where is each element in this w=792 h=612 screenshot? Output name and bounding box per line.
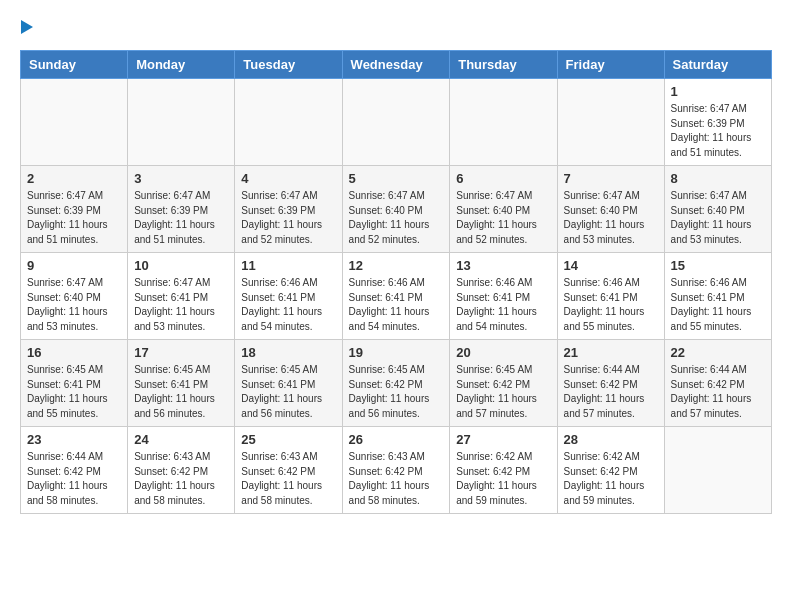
calendar-cell: [342, 79, 450, 166]
day-info: Sunrise: 6:45 AM Sunset: 6:41 PM Dayligh…: [241, 363, 335, 421]
calendar-cell: 12Sunrise: 6:46 AM Sunset: 6:41 PM Dayli…: [342, 253, 450, 340]
calendar-cell: 27Sunrise: 6:42 AM Sunset: 6:42 PM Dayli…: [450, 427, 557, 514]
day-number: 26: [349, 432, 444, 447]
day-number: 4: [241, 171, 335, 186]
calendar-cell: 20Sunrise: 6:45 AM Sunset: 6:42 PM Dayli…: [450, 340, 557, 427]
calendar-cell: 22Sunrise: 6:44 AM Sunset: 6:42 PM Dayli…: [664, 340, 771, 427]
calendar-cell: 4Sunrise: 6:47 AM Sunset: 6:39 PM Daylig…: [235, 166, 342, 253]
calendar-cell: [128, 79, 235, 166]
day-number: 13: [456, 258, 550, 273]
calendar-cell: 28Sunrise: 6:42 AM Sunset: 6:42 PM Dayli…: [557, 427, 664, 514]
day-info: Sunrise: 6:43 AM Sunset: 6:42 PM Dayligh…: [349, 450, 444, 508]
day-info: Sunrise: 6:44 AM Sunset: 6:42 PM Dayligh…: [564, 363, 658, 421]
day-info: Sunrise: 6:44 AM Sunset: 6:42 PM Dayligh…: [671, 363, 765, 421]
calendar-cell: 14Sunrise: 6:46 AM Sunset: 6:41 PM Dayli…: [557, 253, 664, 340]
col-header-friday: Friday: [557, 51, 664, 79]
calendar-cell: 9Sunrise: 6:47 AM Sunset: 6:40 PM Daylig…: [21, 253, 128, 340]
day-number: 15: [671, 258, 765, 273]
calendar-cell: 5Sunrise: 6:47 AM Sunset: 6:40 PM Daylig…: [342, 166, 450, 253]
day-info: Sunrise: 6:47 AM Sunset: 6:40 PM Dayligh…: [349, 189, 444, 247]
calendar-cell: 8Sunrise: 6:47 AM Sunset: 6:40 PM Daylig…: [664, 166, 771, 253]
calendar-cell: [557, 79, 664, 166]
day-info: Sunrise: 6:46 AM Sunset: 6:41 PM Dayligh…: [456, 276, 550, 334]
day-number: 2: [27, 171, 121, 186]
calendar-header-row: SundayMondayTuesdayWednesdayThursdayFrid…: [21, 51, 772, 79]
day-number: 22: [671, 345, 765, 360]
calendar-cell: 16Sunrise: 6:45 AM Sunset: 6:41 PM Dayli…: [21, 340, 128, 427]
day-info: Sunrise: 6:47 AM Sunset: 6:40 PM Dayligh…: [27, 276, 121, 334]
day-info: Sunrise: 6:47 AM Sunset: 6:39 PM Dayligh…: [27, 189, 121, 247]
day-info: Sunrise: 6:47 AM Sunset: 6:39 PM Dayligh…: [671, 102, 765, 160]
day-number: 6: [456, 171, 550, 186]
day-info: Sunrise: 6:47 AM Sunset: 6:39 PM Dayligh…: [134, 189, 228, 247]
calendar-cell: 26Sunrise: 6:43 AM Sunset: 6:42 PM Dayli…: [342, 427, 450, 514]
day-info: Sunrise: 6:47 AM Sunset: 6:40 PM Dayligh…: [456, 189, 550, 247]
day-info: Sunrise: 6:47 AM Sunset: 6:40 PM Dayligh…: [564, 189, 658, 247]
calendar-cell: 1Sunrise: 6:47 AM Sunset: 6:39 PM Daylig…: [664, 79, 771, 166]
calendar-cell: 24Sunrise: 6:43 AM Sunset: 6:42 PM Dayli…: [128, 427, 235, 514]
calendar-cell: 25Sunrise: 6:43 AM Sunset: 6:42 PM Dayli…: [235, 427, 342, 514]
calendar-cell: [21, 79, 128, 166]
day-number: 3: [134, 171, 228, 186]
calendar-week-4: 16Sunrise: 6:45 AM Sunset: 6:41 PM Dayli…: [21, 340, 772, 427]
day-number: 28: [564, 432, 658, 447]
day-number: 9: [27, 258, 121, 273]
col-header-wednesday: Wednesday: [342, 51, 450, 79]
calendar-week-2: 2Sunrise: 6:47 AM Sunset: 6:39 PM Daylig…: [21, 166, 772, 253]
calendar-cell: 11Sunrise: 6:46 AM Sunset: 6:41 PM Dayli…: [235, 253, 342, 340]
day-info: Sunrise: 6:46 AM Sunset: 6:41 PM Dayligh…: [671, 276, 765, 334]
day-number: 24: [134, 432, 228, 447]
day-info: Sunrise: 6:44 AM Sunset: 6:42 PM Dayligh…: [27, 450, 121, 508]
calendar-week-1: 1Sunrise: 6:47 AM Sunset: 6:39 PM Daylig…: [21, 79, 772, 166]
day-number: 18: [241, 345, 335, 360]
day-info: Sunrise: 6:43 AM Sunset: 6:42 PM Dayligh…: [241, 450, 335, 508]
day-info: Sunrise: 6:46 AM Sunset: 6:41 PM Dayligh…: [564, 276, 658, 334]
day-info: Sunrise: 6:42 AM Sunset: 6:42 PM Dayligh…: [456, 450, 550, 508]
calendar-cell: 10Sunrise: 6:47 AM Sunset: 6:41 PM Dayli…: [128, 253, 235, 340]
day-number: 19: [349, 345, 444, 360]
day-info: Sunrise: 6:43 AM Sunset: 6:42 PM Dayligh…: [134, 450, 228, 508]
calendar-cell: 15Sunrise: 6:46 AM Sunset: 6:41 PM Dayli…: [664, 253, 771, 340]
day-number: 17: [134, 345, 228, 360]
day-number: 7: [564, 171, 658, 186]
calendar-cell: [664, 427, 771, 514]
day-info: Sunrise: 6:46 AM Sunset: 6:41 PM Dayligh…: [241, 276, 335, 334]
day-number: 25: [241, 432, 335, 447]
calendar-cell: [235, 79, 342, 166]
calendar-week-5: 23Sunrise: 6:44 AM Sunset: 6:42 PM Dayli…: [21, 427, 772, 514]
col-header-tuesday: Tuesday: [235, 51, 342, 79]
col-header-sunday: Sunday: [21, 51, 128, 79]
day-number: 11: [241, 258, 335, 273]
day-info: Sunrise: 6:47 AM Sunset: 6:41 PM Dayligh…: [134, 276, 228, 334]
day-number: 10: [134, 258, 228, 273]
day-info: Sunrise: 6:45 AM Sunset: 6:41 PM Dayligh…: [27, 363, 121, 421]
col-header-thursday: Thursday: [450, 51, 557, 79]
day-info: Sunrise: 6:45 AM Sunset: 6:42 PM Dayligh…: [456, 363, 550, 421]
day-number: 12: [349, 258, 444, 273]
calendar-cell: [450, 79, 557, 166]
col-header-saturday: Saturday: [664, 51, 771, 79]
day-info: Sunrise: 6:45 AM Sunset: 6:41 PM Dayligh…: [134, 363, 228, 421]
day-number: 8: [671, 171, 765, 186]
calendar-cell: 6Sunrise: 6:47 AM Sunset: 6:40 PM Daylig…: [450, 166, 557, 253]
logo: [20, 20, 33, 34]
day-info: Sunrise: 6:47 AM Sunset: 6:39 PM Dayligh…: [241, 189, 335, 247]
day-info: Sunrise: 6:46 AM Sunset: 6:41 PM Dayligh…: [349, 276, 444, 334]
calendar-cell: 23Sunrise: 6:44 AM Sunset: 6:42 PM Dayli…: [21, 427, 128, 514]
calendar-table: SundayMondayTuesdayWednesdayThursdayFrid…: [20, 50, 772, 514]
day-number: 16: [27, 345, 121, 360]
logo-arrow-icon: [21, 20, 33, 34]
col-header-monday: Monday: [128, 51, 235, 79]
day-number: 20: [456, 345, 550, 360]
day-number: 21: [564, 345, 658, 360]
day-number: 23: [27, 432, 121, 447]
day-number: 5: [349, 171, 444, 186]
calendar-cell: 21Sunrise: 6:44 AM Sunset: 6:42 PM Dayli…: [557, 340, 664, 427]
day-info: Sunrise: 6:47 AM Sunset: 6:40 PM Dayligh…: [671, 189, 765, 247]
calendar-cell: 13Sunrise: 6:46 AM Sunset: 6:41 PM Dayli…: [450, 253, 557, 340]
calendar-cell: 19Sunrise: 6:45 AM Sunset: 6:42 PM Dayli…: [342, 340, 450, 427]
day-info: Sunrise: 6:42 AM Sunset: 6:42 PM Dayligh…: [564, 450, 658, 508]
calendar-cell: 3Sunrise: 6:47 AM Sunset: 6:39 PM Daylig…: [128, 166, 235, 253]
calendar-cell: 7Sunrise: 6:47 AM Sunset: 6:40 PM Daylig…: [557, 166, 664, 253]
calendar-week-3: 9Sunrise: 6:47 AM Sunset: 6:40 PM Daylig…: [21, 253, 772, 340]
